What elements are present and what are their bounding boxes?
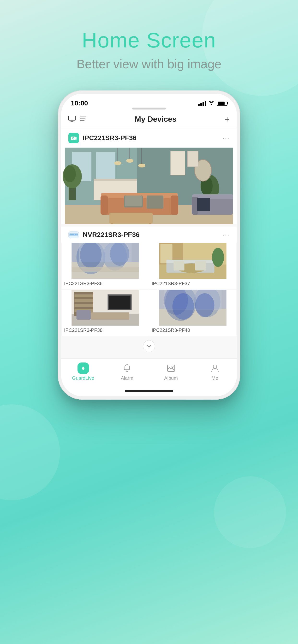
svg-rect-19 (94, 179, 137, 181)
status-bar: 10:00 (61, 94, 237, 110)
tab-me[interactable]: Me (193, 362, 237, 381)
svg-rect-48 (72, 234, 74, 235)
svg-point-57 (80, 243, 102, 268)
svg-point-17 (64, 166, 76, 182)
tab-alarm[interactable]: Alarm (105, 362, 149, 381)
nav-icons-left (68, 116, 87, 123)
wifi-icon (209, 100, 214, 106)
svg-rect-45 (187, 151, 198, 167)
nvr-channel-3[interactable]: IPC221SR3-PF38 (62, 290, 149, 336)
device-name-ipc: IPC221SR3-PF36 (83, 134, 223, 142)
bg-decoration-3 (214, 476, 286, 548)
svg-rect-35 (149, 223, 152, 224)
add-device-button[interactable]: + (225, 114, 230, 124)
svg-rect-75 (75, 294, 93, 297)
expand-button[interactable] (143, 340, 155, 352)
svg-point-91 (195, 293, 215, 317)
tab-me-label: Me (212, 376, 218, 381)
tab-bar: GuardLive Alarm (61, 358, 237, 388)
monitor-icon[interactable] (68, 116, 76, 123)
device-header-nvr: NVR221SR3-PF36 ··· (61, 227, 237, 243)
nvr-channel-grid: IPC221SR3-PF36 (61, 243, 237, 336)
tab-guardlive-label: GuardLive (72, 376, 94, 381)
tab-alarm-label: Alarm (121, 376, 133, 381)
device-card-nvr: NVR221SR3-PF36 ··· (61, 227, 237, 356)
svg-rect-70 (195, 261, 206, 270)
device-name-nvr: NVR221SR3-PF36 (83, 231, 223, 238)
nvr-channel-4-label: IPC221SR3-PF40 (149, 326, 236, 336)
tab-album-label: Album (164, 376, 178, 381)
svg-rect-34 (111, 223, 113, 224)
svg-point-50 (77, 234, 78, 235)
device-header-ipc: IPC221SR3-PF36 ··· (61, 128, 237, 148)
svg-rect-14 (96, 152, 115, 181)
battery-icon (217, 100, 227, 106)
phone-mockup: 10:00 (58, 90, 240, 400)
svg-rect-47 (70, 234, 72, 235)
svg-point-67 (212, 248, 224, 267)
camera-icon-bg (68, 133, 79, 143)
svg-rect-80 (109, 296, 130, 309)
svg-rect-82 (77, 310, 91, 320)
phone-inner: 10:00 (61, 94, 237, 396)
svg-rect-32 (125, 196, 142, 206)
camera-live-view[interactable] (61, 148, 237, 224)
sort-icon[interactable] (80, 116, 87, 123)
device-card-ipc: IPC221SR3-PF36 ··· (61, 128, 237, 224)
bg-decoration-2 (0, 404, 60, 500)
svg-rect-31 (146, 196, 163, 209)
home-pill (125, 390, 173, 392)
svg-rect-33 (109, 213, 153, 224)
svg-point-23 (126, 159, 133, 163)
svg-rect-49 (75, 234, 77, 235)
device-list: IPC221SR3-PF36 ··· (61, 128, 237, 358)
expand-section (61, 336, 237, 356)
notch-pill (132, 108, 166, 110)
svg-rect-44 (171, 151, 185, 175)
svg-rect-0 (69, 116, 75, 120)
page-title: Home Screen (77, 29, 221, 52)
signal-icon (198, 100, 206, 106)
home-indicator (61, 388, 237, 396)
nvr-channel-2[interactable]: IPC221SR3-PF37 (149, 243, 236, 289)
svg-point-21 (114, 161, 121, 165)
svg-rect-59 (72, 267, 139, 272)
svg-point-8 (73, 138, 74, 139)
svg-point-95 (172, 366, 173, 368)
tab-guardlive[interactable]: GuardLive (61, 362, 105, 381)
nvr-channel-3-label: IPC221SR3-PF38 (62, 326, 149, 336)
me-icon (209, 362, 221, 374)
svg-point-92 (83, 368, 84, 369)
svg-rect-28 (100, 196, 108, 215)
home-icon (77, 362, 89, 374)
svg-rect-29 (171, 196, 178, 215)
nav-bar: My Devices + (61, 110, 237, 128)
alarm-icon (121, 362, 133, 374)
svg-rect-42 (197, 198, 210, 211)
svg-rect-77 (75, 304, 93, 307)
svg-rect-69 (174, 261, 185, 270)
nvr-channel-1[interactable]: IPC221SR3-PF36 (62, 243, 149, 289)
nvr-channel-2-label: IPC221SR3-PF37 (149, 279, 236, 289)
nav-title: My Devices (87, 115, 225, 124)
device-more-ipc[interactable]: ··· (223, 134, 230, 142)
status-time: 10:00 (71, 100, 88, 107)
svg-point-90 (173, 293, 194, 320)
tab-album[interactable]: Album (149, 362, 193, 381)
album-icon (165, 362, 177, 374)
phone-outer: 10:00 (58, 90, 240, 400)
page-subtitle: Better view with big image (77, 57, 221, 71)
header-section: Home Screen Better view with big image (77, 0, 221, 86)
nvr-channel-4[interactable]: IPC221SR3-PF40 (149, 290, 236, 336)
nvr-icon-bg (68, 232, 79, 238)
status-icons (198, 100, 227, 106)
device-more-nvr[interactable]: ··· (223, 231, 230, 238)
svg-rect-81 (91, 312, 129, 320)
nvr-channel-1-label: IPC221SR3-PF36 (62, 279, 149, 289)
svg-rect-76 (75, 299, 93, 302)
svg-point-96 (213, 365, 217, 368)
svg-point-25 (138, 164, 145, 168)
